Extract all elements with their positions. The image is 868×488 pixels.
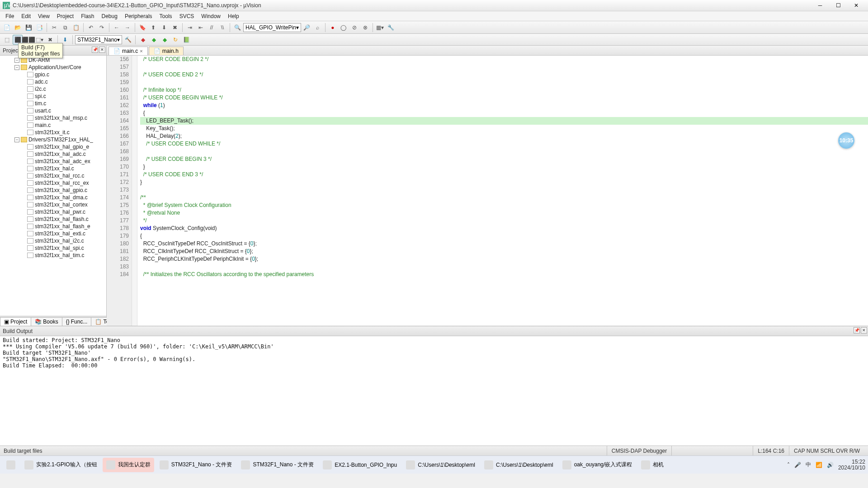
menu-svcs[interactable]: SVCS [176,12,198,20]
tree-file-1-7[interactable]: stm32f1xx_hal_dma.c [0,194,106,201]
configure-icon[interactable]: 🔧 [386,23,396,33]
translate-icon[interactable]: ⬚ [2,35,12,45]
open-icon[interactable]: 📂 [13,23,23,33]
find-in-files-icon[interactable]: 🔎 [302,23,312,33]
find-icon[interactable]: 🔍 [232,23,242,33]
bookmark-next-icon[interactable]: ⬇ [159,23,169,33]
menu-edit[interactable]: Edit [18,12,34,20]
target-options-icon[interactable]: 🔨 [123,35,133,45]
mic-icon[interactable]: 🎤 [794,462,801,468]
redo-icon[interactable]: ↷ [97,23,107,33]
debug-disable-icon[interactable]: ⊘ [349,23,359,33]
nav-fwd-icon[interactable]: → [123,23,132,33]
manage-rte-icon[interactable]: ◆ [138,35,148,45]
window-layout-icon[interactable]: ▦▾ [375,23,385,33]
tree-file-1-11[interactable]: stm32f1xx_hal_flash_e [0,223,106,230]
tree-file-1-10[interactable]: stm32f1xx_hal_flash.c [0,216,106,223]
tree-file-1-12[interactable]: stm32f1xx_hal_exti.c [0,230,106,237]
taskbar-item-1[interactable]: 实验2.1-GPIO输入（按钮 [21,458,101,472]
paste-icon[interactable]: 📋 [71,23,81,33]
minimize-button[interactable]: ─ [811,0,829,11]
tree-file-1-13[interactable]: stm32f1xx_hal_i2c.c [0,237,106,244]
outdent-icon[interactable]: ⇤ [196,23,206,33]
build-pane-pin-icon[interactable]: 📌 [854,327,860,333]
menu-window[interactable]: Window [198,12,224,20]
save-icon[interactable]: 💾 [24,23,33,33]
build-output-text[interactable]: Build started: Project: STM32F1_Nano ***… [0,336,868,446]
bookmark-clear-icon[interactable]: ✖ [170,23,180,33]
uncomment-icon[interactable]: \\ [217,23,227,33]
refresh-icon[interactable]: ↻ [170,35,180,45]
books-icon[interactable]: 📗 [181,35,191,45]
taskbar-item-3[interactable]: STM32F1_Nano - 文件资 [156,458,236,472]
tree-file-0-0[interactable]: gpio.c [0,71,106,78]
tree-file-1-3[interactable]: stm32f1xx_hal.c [0,165,106,172]
project-subtab-books[interactable]: 📚Books [31,317,62,326]
file-tab-main-c[interactable]: 📄main.c× [108,47,148,55]
taskbar-item-9[interactable]: 相机 [637,458,667,472]
menu-file[interactable]: File [2,12,18,20]
bookmark-prev-icon[interactable]: ⬆ [148,23,158,33]
select-pack-icon[interactable]: ◆ [149,35,159,45]
menu-tools[interactable]: Tools [156,12,176,20]
tree-file-1-0[interactable]: stm32f1xx_hal_gpio_e [0,143,106,150]
tree-file-1-6[interactable]: stm32f1xx_hal_gpio.c [0,187,106,194]
target-combo[interactable]: STM32F1_Nano▾ [75,35,122,44]
tab-close-icon[interactable]: × [140,48,142,54]
build-pane-close-icon[interactable]: ✕ [861,327,867,333]
menu-view[interactable]: View [34,12,53,20]
tree-file-0-1[interactable]: adc.c [0,78,106,85]
tree-file-0-7[interactable]: main.c [0,122,106,129]
taskbar-item-8[interactable]: oak_ouyang/嵌入式课程 [559,458,636,472]
fold-column[interactable] [132,56,137,326]
debug-kill-icon[interactable]: ⊗ [360,23,370,33]
code-text[interactable]: /* USER CODE BEGIN 2 */ /* USER CODE END… [137,56,868,326]
pane-close-icon[interactable]: ✕ [99,47,105,53]
project-subtab-func[interactable]: {}Func... [62,317,92,326]
pane-pin-icon[interactable]: 📌 [92,47,98,53]
taskbar-item-5[interactable]: EX2.1-Button_GPIO_Inpu [319,458,401,472]
indent-icon[interactable]: ⇥ [185,23,195,33]
tree-file-0-4[interactable]: tim.c [0,100,106,107]
debug-breakpoint-icon[interactable]: ◯ [339,23,349,33]
taskbar-item-0[interactable] [3,458,19,472]
tree-file-1-14[interactable]: stm32f1xx_hal_spi.c [0,244,106,252]
chevron-up-icon[interactable]: ˄ [787,462,790,468]
incremental-find-icon[interactable]: ⌕ [313,23,323,33]
system-tray[interactable]: ˄🎤中📶🔊15:222024/10/10 [787,459,865,471]
taskbar-item-6[interactable]: C:\Users\1\Desktop\eml [402,458,479,472]
tree-file-1-15[interactable]: stm32f1xx_hal_tim.c [0,252,106,259]
tree-group-0[interactable]: −Application/User/Core [0,64,106,71]
close-button[interactable]: ✕ [847,0,865,11]
project-tree[interactable]: −DK-ARM−Application/User/Coregpio.cadc.c… [0,56,106,316]
code-area[interactable]: 1561571581591601611621631641651661671681… [107,56,868,326]
ime-icon[interactable]: 中 [806,461,811,469]
taskbar-clock[interactable]: 15:222024/10/10 [838,459,865,471]
tree-file-0-3[interactable]: spi.c [0,93,106,100]
tree-file-1-5[interactable]: stm32f1xx_hal_rcc_ex [0,179,106,187]
tree-file-1-8[interactable]: stm32f1xx_hal_cortex [0,201,106,208]
tree-file-0-5[interactable]: usart.c [0,107,106,114]
tree-file-1-9[interactable]: stm32f1xx_hal_pwr.c [0,208,106,216]
menu-peripherals[interactable]: Peripherals [121,12,156,20]
taskbar-item-2[interactable]: 我国生认定群 [103,458,154,472]
pack-installer-icon[interactable]: ◆ [160,35,170,45]
maximize-button[interactable]: ☐ [829,0,847,11]
debug-start-icon[interactable]: ● [328,23,338,33]
tree-group-1[interactable]: −Drivers/STM32F1xx_HAL_ [0,136,106,143]
save-all-icon[interactable]: 📑 [34,23,44,33]
tree-file-0-6[interactable]: stm32f1xx_hal_msp.c [0,114,106,122]
menu-project[interactable]: Project [53,12,77,20]
taskbar-item-4[interactable]: STM32F1_Nano - 文件资 [237,458,317,472]
menu-flash[interactable]: Flash [77,12,98,20]
new-file-icon[interactable]: 📄 [2,23,12,33]
undo-icon[interactable]: ↶ [86,23,96,33]
nav-back-icon[interactable]: ← [112,23,122,33]
bookmark-icon[interactable]: 🔖 [137,23,147,33]
tree-file-1-1[interactable]: stm32f1xx_hal_adc.c [0,150,106,158]
cut-icon[interactable]: ✂ [49,23,59,33]
menu-help[interactable]: Help [224,12,243,20]
tree-file-0-8[interactable]: stm32f1xx_it.c [0,129,106,136]
wifi-icon[interactable]: 📶 [816,462,822,468]
file-tab-main-h[interactable]: 📄main.h [149,47,184,55]
